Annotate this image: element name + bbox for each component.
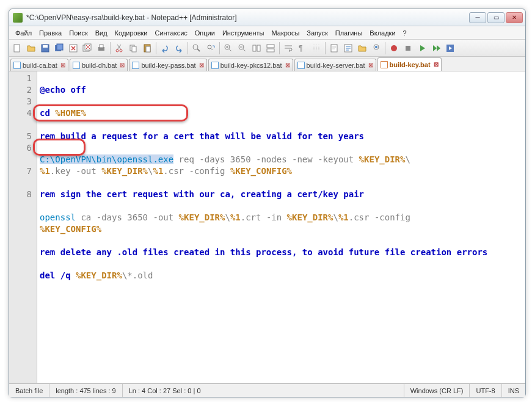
- svg-text:¶: ¶: [299, 44, 302, 53]
- close-icon[interactable]: ⊠: [368, 62, 373, 68]
- file-icon: [132, 62, 139, 69]
- menu-run[interactable]: Запуск: [303, 28, 331, 38]
- menubar: Файл Правка Поиск Вид Кодировки Синтакси…: [9, 26, 525, 40]
- cut-button[interactable]: [112, 42, 126, 55]
- file-icon: [13, 62, 21, 69]
- menu-edit[interactable]: Правка: [35, 28, 65, 38]
- status-language: Batch file: [9, 384, 49, 397]
- close-icon[interactable]: ⊠: [120, 62, 125, 68]
- close-all-button[interactable]: [81, 42, 94, 55]
- svg-point-29: [391, 45, 397, 51]
- record-macro-button[interactable]: [387, 42, 401, 55]
- main-window: *C:\OpenVPN\easy-rsa\build-key.bat - Not…: [9, 9, 526, 397]
- copy-button[interactable]: [126, 42, 140, 55]
- show-all-chars-button[interactable]: ¶: [296, 42, 309, 55]
- menu-options[interactable]: Опции: [191, 28, 219, 38]
- play-macro-button[interactable]: [415, 42, 429, 55]
- minimize-button[interactable]: ─: [469, 12, 486, 23]
- tab-build-ca[interactable]: build-ca.bat⊠: [10, 59, 68, 71]
- svg-rect-13: [132, 46, 136, 52]
- svg-rect-21: [257, 45, 260, 51]
- svg-point-28: [375, 46, 377, 48]
- monitor-button[interactable]: [370, 42, 383, 55]
- function-list-button[interactable]: [341, 42, 355, 55]
- svg-rect-0: [14, 45, 20, 52]
- close-icon[interactable]: ⊠: [285, 62, 290, 68]
- status-eol[interactable]: Windows (CR LF): [404, 384, 470, 397]
- file-icon: [211, 62, 219, 69]
- tab-build-key-server[interactable]: build-key-server.bat⊠: [294, 59, 376, 71]
- tab-build-key-pass[interactable]: build-key-pass.bat⊠: [129, 59, 206, 71]
- code-content[interactable]: @echo off cd %HOME% rem build a request …: [37, 71, 525, 383]
- svg-rect-25: [331, 45, 337, 52]
- selected-text: C:\OpenVPN\bin\openssl.exe: [40, 154, 173, 164]
- window-title: *C:\OpenVPN\easy-rsa\build-key.bat - Not…: [26, 13, 469, 22]
- tab-build-dh[interactable]: build-dh.bat⊠: [70, 59, 128, 71]
- undo-button[interactable]: [158, 42, 172, 55]
- menu-plugins[interactable]: Плагины: [332, 28, 366, 38]
- find-button[interactable]: [190, 42, 203, 55]
- folder-button[interactable]: [355, 42, 369, 55]
- play-multi-button[interactable]: [429, 42, 443, 55]
- save-macro-button[interactable]: [443, 42, 457, 55]
- tab-build-key-pkcs12[interactable]: build-key-pkcs12.bat⊠: [208, 59, 293, 71]
- svg-rect-20: [253, 45, 256, 51]
- replace-button[interactable]: [204, 42, 217, 55]
- file-icon: [381, 61, 388, 68]
- sync-v-button[interactable]: [250, 42, 263, 55]
- redo-button[interactable]: [172, 42, 186, 55]
- sync-h-button[interactable]: [264, 42, 277, 55]
- svg-point-11: [120, 49, 122, 52]
- svg-rect-23: [267, 49, 274, 52]
- svg-rect-2: [43, 45, 48, 48]
- svg-rect-4: [57, 44, 63, 50]
- menu-tabs[interactable]: Вкладки: [366, 28, 399, 38]
- close-button[interactable]: ✕: [506, 12, 523, 23]
- menu-tools[interactable]: Инструменты: [219, 28, 268, 38]
- statusbar: Batch file length : 475 lines : 9 Ln : 4…: [9, 383, 525, 397]
- zoom-out-button[interactable]: [236, 42, 249, 55]
- save-button[interactable]: [38, 42, 52, 55]
- save-all-button[interactable]: [53, 42, 66, 55]
- stop-macro-button[interactable]: [401, 42, 415, 55]
- tab-bar: build-ca.bat⊠ build-dh.bat⊠ build-key-pa…: [9, 57, 525, 71]
- indent-guide-button[interactable]: [310, 42, 323, 55]
- status-length: length : 475 lines : 9: [49, 384, 122, 397]
- menu-file[interactable]: Файл: [12, 28, 35, 38]
- menu-help[interactable]: ?: [399, 28, 410, 38]
- menu-macros[interactable]: Макросы: [268, 28, 303, 38]
- status-insert-mode[interactable]: INS: [502, 384, 525, 397]
- svg-rect-22: [267, 45, 274, 48]
- toolbar: ¶: [9, 40, 525, 57]
- tab-build-key[interactable]: build-key.bat⊠: [377, 57, 442, 71]
- status-position: Ln : 4 Col : 27 Sel : 0 | 0: [123, 384, 404, 397]
- status-encoding[interactable]: UTF-8: [470, 384, 501, 397]
- new-file-button[interactable]: [10, 42, 24, 55]
- zoom-in-button[interactable]: [222, 42, 235, 55]
- close-icon[interactable]: ⊠: [434, 61, 439, 68]
- svg-rect-15: [146, 46, 150, 52]
- svg-point-10: [116, 49, 118, 52]
- file-icon: [297, 62, 305, 69]
- print-button[interactable]: [95, 42, 108, 55]
- editor-area[interactable]: 1 2 3 4 5 6 7 8 @echo off cd %HOME% rem …: [9, 71, 525, 383]
- menu-encoding[interactable]: Кодировки: [111, 28, 151, 38]
- menu-view[interactable]: Вид: [92, 28, 111, 38]
- app-icon: [13, 13, 23, 23]
- maximize-button[interactable]: ▭: [487, 12, 505, 23]
- menu-syntax[interactable]: Синтаксис: [151, 28, 191, 38]
- doc-map-button[interactable]: [327, 42, 341, 55]
- paste-button[interactable]: [140, 42, 154, 55]
- close-icon[interactable]: ⊠: [199, 62, 204, 68]
- line-number-gutter: 1 2 3 4 5 6 7 8: [9, 71, 37, 383]
- close-file-button[interactable]: [67, 42, 80, 55]
- svg-point-16: [193, 45, 198, 49]
- svg-rect-30: [406, 46, 410, 51]
- open-file-button[interactable]: [24, 42, 38, 55]
- file-icon: [73, 62, 80, 69]
- close-icon[interactable]: ⊠: [60, 62, 65, 68]
- svg-rect-9: [100, 45, 103, 48]
- wordwrap-button[interactable]: [282, 42, 295, 55]
- menu-search[interactable]: Поиск: [65, 28, 91, 38]
- titlebar[interactable]: *C:\OpenVPN\easy-rsa\build-key.bat - Not…: [9, 9, 525, 26]
